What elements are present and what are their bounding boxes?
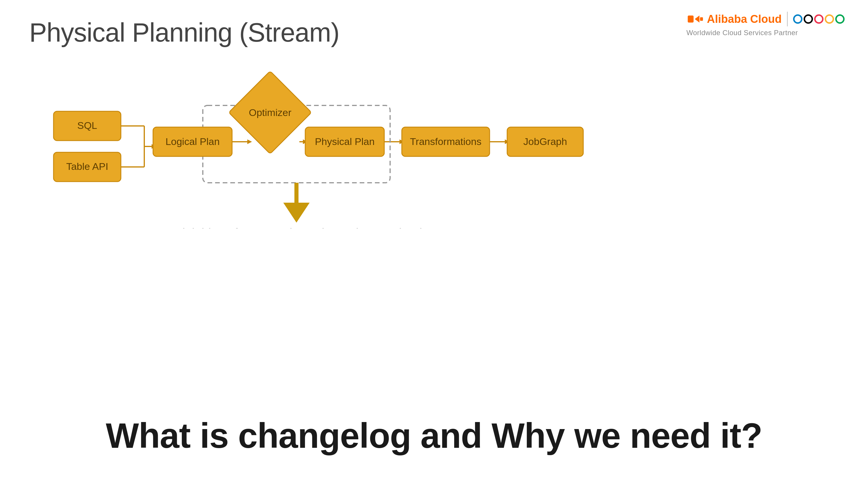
svg-text:Logical Plan: Logical Plan xyxy=(165,136,219,147)
diagram-svg: SQL Table API Logical Plan Optimizer Phy… xyxy=(23,64,845,228)
svg-text:Special things for streaming: : Special things for streaming: Changelog … xyxy=(154,226,438,228)
brand-name: Alibaba Cloud xyxy=(707,13,782,26)
olympic-rings xyxy=(793,15,845,24)
logo-subtitle: Worldwide Cloud Services Partner xyxy=(687,29,798,37)
svg-text:Table API: Table API xyxy=(66,161,108,172)
svg-marker-13 xyxy=(400,139,404,144)
ring-blue xyxy=(793,15,802,24)
big-question-text: What is changelog and Why we need it? xyxy=(0,415,868,456)
ring-red xyxy=(814,15,824,24)
svg-marker-7 xyxy=(152,144,156,149)
svg-text:Physical Plan: Physical Plan xyxy=(315,136,375,147)
svg-marker-15 xyxy=(505,139,509,144)
svg-rect-0 xyxy=(688,16,693,23)
diagram-area: SQL Table API Logical Plan Optimizer Phy… xyxy=(23,64,845,228)
svg-rect-25 xyxy=(229,71,312,154)
alibaba-logo: Alibaba Cloud xyxy=(687,12,782,26)
svg-text:SQL: SQL xyxy=(77,120,97,131)
svg-rect-23 xyxy=(153,127,232,156)
svg-rect-21 xyxy=(54,152,121,181)
svg-rect-19 xyxy=(54,111,121,141)
page-title: Physical Planning (Stream) xyxy=(29,18,339,48)
svg-rect-27 xyxy=(305,127,384,156)
ring-yellow xyxy=(825,15,834,24)
svg-marker-18 xyxy=(283,203,310,223)
svg-rect-16 xyxy=(203,106,390,183)
svg-rect-2 xyxy=(700,17,703,21)
svg-rect-31 xyxy=(507,127,583,156)
alibaba-icon xyxy=(687,12,704,26)
svg-marker-9 xyxy=(247,139,252,144)
svg-text:Transformations: Transformations xyxy=(410,136,482,147)
svg-marker-11 xyxy=(303,139,308,144)
ring-green xyxy=(835,15,845,24)
svg-marker-1 xyxy=(695,16,700,23)
svg-text:JobGraph: JobGraph xyxy=(523,136,567,147)
logo-area: Alibaba Cloud Worldwide Cloud Services P… xyxy=(687,12,845,37)
ring-black xyxy=(804,15,813,24)
svg-text:Optimizer: Optimizer xyxy=(249,107,291,118)
logo-divider xyxy=(787,12,788,26)
svg-rect-29 xyxy=(402,127,490,156)
